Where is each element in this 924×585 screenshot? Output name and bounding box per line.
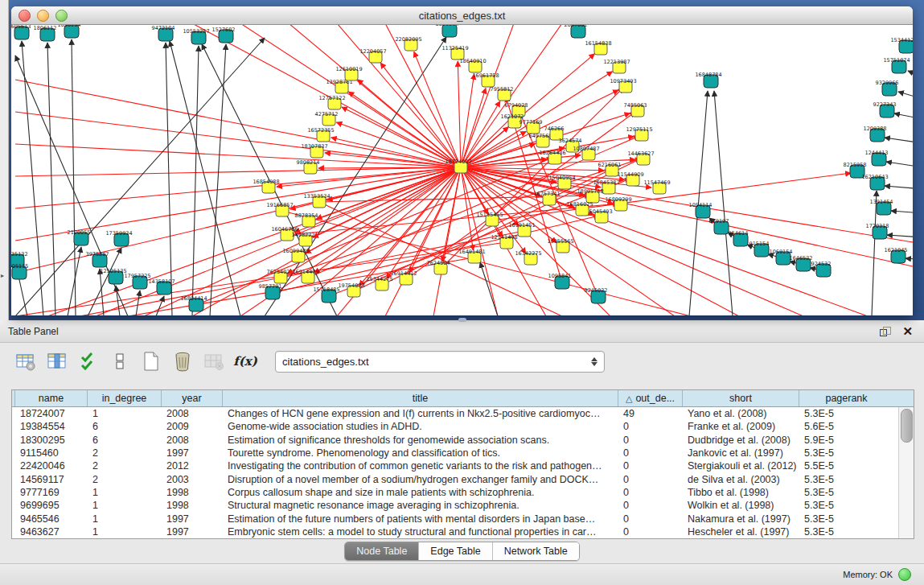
tab-edge-table[interactable]: Edge Table [419,542,492,560]
graph-node[interactable]: 15344127 [890,37,913,53]
table-cell[interactable]: 2 [88,474,162,485]
delete-table-icon[interactable] [171,350,194,373]
table-cell[interactable]: 5.3E-5 [800,526,894,538]
table-cell[interactable]: 2008 [162,408,224,419]
table-cell[interactable]: 5.3E-5 [800,513,894,525]
graph-node[interactable]: 8878354 [295,212,318,227]
table-row[interactable]: 1872400712008Changes of HCN gene express… [12,407,898,420]
graph-node[interactable]: 18640910 [459,58,486,72]
graph-node[interactable]: 9777169 [519,119,543,134]
table-cell[interactable]: Nakamura et al. (1997) [684,513,800,525]
graph-node[interactable]: 9227343 [873,101,897,117]
graph-node[interactable]: 954614 [729,230,749,246]
select-column-icon[interactable] [46,350,68,373]
minimize-window-button[interactable] [37,10,49,22]
table-cell[interactable]: 5.3E-5 [800,447,894,459]
graph-edge[interactable] [908,71,913,77]
table-cell[interactable]: 1997 [162,526,224,538]
function-builder-icon[interactable]: f(x) [234,350,257,373]
table-cell[interactable]: 1 [88,487,162,498]
graph-node[interactable]: 1209388 [864,126,887,142]
table-cell[interactable]: Embryonic stem cells: a model to study s… [224,526,619,538]
graph-node[interactable]: 679197 [709,218,729,234]
graph-edge[interactable] [385,167,461,315]
close-window-button[interactable] [18,10,31,22]
table-row[interactable]: 1830029562008Estimation of significance … [12,434,898,447]
graph-edge[interactable] [906,258,913,260]
table-cell[interactable]: 9115460 [16,447,88,459]
graph-edge[interactable] [342,107,461,167]
column-header-year[interactable]: year [162,390,223,406]
graph-edge[interactable] [72,39,76,315]
graph-edge[interactable] [872,191,877,315]
select-all-icon[interactable] [77,350,100,373]
graph-node[interactable]: 16848784 [695,72,721,88]
graph-node[interactable]: 22082095 [395,36,421,51]
table-cell[interactable]: Yano et al. (2008) [684,408,800,419]
panel-collapse-arrow[interactable]: ▸ [1,272,4,279]
graph-node[interactable]: 15751074 [883,57,910,73]
graph-node[interactable]: 9808214 [297,159,320,174]
graph-node[interactable]: 16914412 [390,270,417,285]
table-row[interactable]: 2242004622012Investigating the contribut… [12,459,898,472]
graph-edge[interactable] [358,80,461,167]
graph-edge[interactable] [289,167,461,315]
table-cell[interactable]: Franke et al. (2009) [684,421,800,432]
graph-edge[interactable] [156,296,164,315]
table-cell[interactable]: 1997 [162,447,224,459]
graph-edge[interactable] [15,112,461,167]
table-cell[interactable]: 5.3E-5 [800,408,894,419]
column-header-title[interactable]: title [223,390,618,406]
graph-edge[interactable] [886,162,913,167]
graph-node[interactable]: 2120055 [68,229,91,245]
table-scrollbar-thumb[interactable] [901,409,913,443]
graph-node[interactable]: 1054114 [689,202,713,218]
close-panel-icon[interactable]: ✕ [902,325,913,337]
table-cell[interactable]: Stergiakouli et al. (2012) [684,460,800,472]
graph-edge[interactable] [313,167,461,237]
graph-node[interactable]: 8813034 [436,25,459,37]
graph-edge[interactable] [15,167,461,273]
graph-edge[interactable] [898,92,913,99]
graph-edge[interactable] [458,61,461,167]
graph-node[interactable]: 16342275 [515,250,541,265]
table-cell[interactable]: 2003 [162,474,224,485]
table-cell[interactable]: 5.3E-5 [800,487,894,498]
table-cell[interactable]: Tourette syndrome. Phenomenology and cla… [224,447,619,459]
memory-status-indicator[interactable] [898,568,911,581]
table-cell[interactable]: Hescheler et al. (1997) [684,526,800,538]
table-scrollbar[interactable] [898,407,914,538]
graph-node[interactable]: 9857791 [259,283,282,299]
graph-node[interactable]: 16961758 [472,72,499,87]
table-cell[interactable]: 0 [619,435,684,446]
graph-node[interactable]: 10973493 [610,78,636,93]
graph-node[interactable]: 17359934 [105,230,132,246]
table-cell[interactable]: 49 [619,408,684,419]
table-cell[interactable]: 19384554 [16,421,88,432]
table-cell[interactable]: 9777169 [16,487,88,498]
graph-node[interactable]: 11547469 [643,179,670,194]
graph-edge[interactable] [885,138,913,143]
window-titlebar[interactable]: citations_edges.txt [11,6,913,25]
graph-node[interactable]: 12757122 [318,95,345,109]
table-cell[interactable]: 0 [619,447,684,459]
graph-node[interactable]: 7625402 [267,269,290,283]
graph-node[interactable]: 12204057 [359,48,386,63]
table-cell[interactable]: Jankovic et al. (1997) [684,447,800,459]
table-cell[interactable]: Dudbridge et al. (2008) [684,435,800,446]
table-cell[interactable]: 2008 [162,435,224,446]
graph-edge[interactable] [210,44,226,315]
table-cell[interactable]: Estimation of significance thresholds fo… [224,435,619,446]
table-cell[interactable]: 1 [88,408,162,419]
table-cell[interactable]: Wolkin et al. (1998) [684,500,800,511]
table-row[interactable]: 969969511998Structural magnetic resonanc… [12,499,898,512]
graph-node[interactable]: 16210643 [861,174,888,190]
unselect-all-icon[interactable] [109,350,131,373]
table-cell[interactable]: 1998 [162,500,224,511]
table-cell[interactable]: Estimation of the future numbers of pati… [224,513,619,525]
graph-edge[interactable] [15,167,461,176]
graph-node[interactable]: 1527602 [212,27,236,43]
graph-edge[interactable] [15,167,461,208]
graph-node[interactable]: 12141448 [491,234,517,249]
column-header-pagerank[interactable]: pagerank [799,390,893,406]
